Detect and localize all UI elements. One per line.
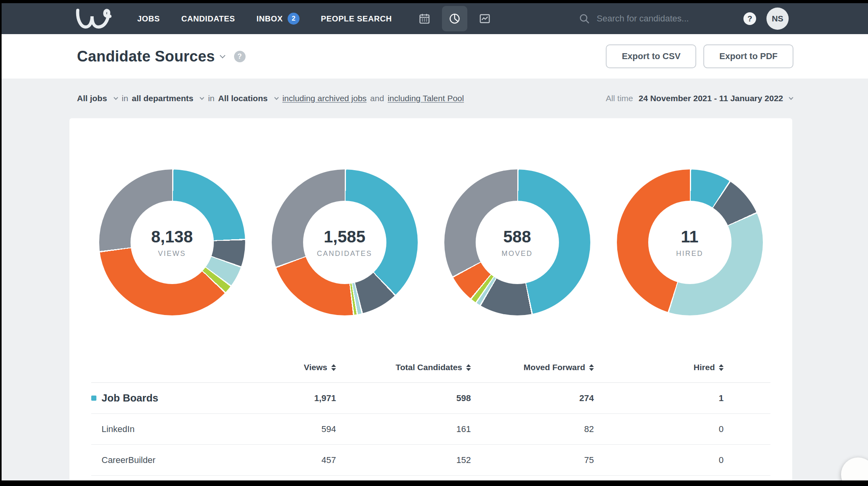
source-name-cell: LinkedIn bbox=[91, 424, 189, 434]
candidates-metric-label: CANDIDATES bbox=[317, 250, 373, 258]
sort-icon bbox=[719, 364, 724, 371]
moved-donut-center: 588 MOVED bbox=[476, 201, 559, 284]
reports-pie-chart-icon[interactable] bbox=[442, 6, 467, 31]
table-row-linkedin[interactable]: LinkedIn 594 161 82 0 bbox=[91, 414, 770, 445]
moved-forward-column-header[interactable]: Moved Forward bbox=[471, 363, 594, 372]
job-boards-legend-swatch bbox=[91, 396, 96, 401]
hired-value: 0 bbox=[594, 424, 724, 434]
filter-departments[interactable]: all departments bbox=[132, 94, 193, 103]
date-range-filter[interactable]: All time 24 November 2021 - 11 January 2… bbox=[606, 94, 793, 103]
nav-item-jobs[interactable]: JOBS bbox=[137, 14, 160, 23]
locations-chevron-down-icon[interactable] bbox=[274, 95, 278, 100]
hired-metric-label: HIRED bbox=[676, 250, 703, 258]
total-candidates-value: 598 bbox=[336, 393, 471, 403]
help-glyph: ? bbox=[747, 14, 752, 23]
nav-people-search-label: PEOPLE SEARCH bbox=[321, 14, 392, 23]
browser-viewport: JOBS CANDIDATES INBOX 2 PEOPLE SEARCH bbox=[2, 3, 868, 480]
table-row-partial[interactable]: Indeed 455 145 76 0 bbox=[91, 476, 770, 480]
calendar-icon[interactable] bbox=[412, 6, 437, 31]
filter-conjunction: in bbox=[122, 94, 128, 103]
nav-menu: JOBS CANDIDATES INBOX 2 PEOPLE SEARCH bbox=[137, 13, 392, 25]
total-candidates-value: 152 bbox=[336, 455, 471, 465]
moved-forward-value: 82 bbox=[471, 424, 594, 434]
help-icon[interactable]: ? bbox=[743, 12, 756, 25]
report-help-icon[interactable]: ? bbox=[234, 51, 246, 62]
views-value: 457 bbox=[189, 455, 336, 465]
report-help-glyph: ? bbox=[238, 52, 242, 61]
hired-value: 1 bbox=[594, 393, 724, 403]
hired-donut-chart[interactable]: 11 HIRED bbox=[617, 169, 763, 315]
nav-candidates-label: CANDIDATES bbox=[181, 14, 235, 23]
filter-bar: All jobs in all departments in All locat… bbox=[2, 79, 868, 118]
global-search bbox=[578, 13, 728, 25]
export-csv-button[interactable]: Export to CSV bbox=[606, 44, 696, 68]
hired-value: 0 bbox=[594, 455, 724, 465]
nav-item-people-search[interactable]: PEOPLE SEARCH bbox=[321, 14, 392, 23]
total-candidates-value: 161 bbox=[336, 424, 471, 434]
nav-jobs-label: JOBS bbox=[137, 14, 160, 23]
app-window: JOBS CANDIDATES INBOX 2 PEOPLE SEARCH bbox=[0, 0, 868, 486]
floating-widget-button[interactable] bbox=[841, 457, 868, 480]
source-group-name[interactable]: Job Boards bbox=[102, 392, 158, 404]
views-header-label: Views bbox=[304, 363, 327, 372]
sort-icon bbox=[589, 364, 594, 371]
views-value: 594 bbox=[189, 424, 336, 434]
total-candidates-header-label: Total Candidates bbox=[396, 363, 462, 372]
table-row-careerbuilder[interactable]: CareerBuilder 457 152 75 0 bbox=[91, 445, 770, 476]
moved-total: 588 bbox=[503, 227, 531, 246]
search-icon bbox=[578, 13, 590, 25]
nav-item-candidates[interactable]: CANDIDATES bbox=[181, 14, 235, 23]
export-buttons: Export to CSV Export to PDF bbox=[606, 44, 793, 68]
donut-chart-row: 8,138 VIEWS 1,585 CANDIDATES 588 MOVED bbox=[69, 118, 792, 315]
views-metric-label: VIEWS bbox=[158, 250, 186, 258]
views-total: 8,138 bbox=[151, 227, 193, 246]
filter-conjunction: and bbox=[370, 94, 384, 103]
filter-conjunction: in bbox=[208, 94, 214, 103]
sort-icon bbox=[466, 364, 471, 371]
views-column-header[interactable]: Views bbox=[189, 363, 336, 372]
archived-jobs-link[interactable]: including archived jobs bbox=[282, 94, 367, 103]
views-donut-chart[interactable]: 8,138 VIEWS bbox=[99, 169, 245, 315]
views-value: 1,971 bbox=[189, 393, 336, 403]
moved-forward-value: 274 bbox=[471, 393, 594, 403]
candidates-donut-center: 1,585 CANDIDATES bbox=[303, 201, 386, 284]
title-chevron-down-icon[interactable] bbox=[220, 53, 225, 58]
top-navigation-bar: JOBS CANDIDATES INBOX 2 PEOPLE SEARCH bbox=[2, 3, 868, 34]
sort-icon bbox=[331, 364, 336, 371]
table-row-job-boards[interactable]: Job Boards 1,971 598 274 1 bbox=[91, 383, 770, 414]
date-range-preset: All time bbox=[606, 94, 633, 103]
nav-icon-group bbox=[412, 6, 497, 31]
date-range-chevron-down-icon[interactable] bbox=[789, 95, 793, 100]
departments-chevron-down-icon[interactable] bbox=[200, 95, 204, 100]
avatar[interactable]: NS bbox=[766, 8, 789, 30]
filter-all-jobs[interactable]: All jobs bbox=[77, 94, 107, 103]
moved-metric-label: MOVED bbox=[501, 250, 533, 258]
hired-total: 11 bbox=[681, 227, 698, 246]
candidates-total: 1,585 bbox=[324, 227, 365, 246]
talent-pool-link[interactable]: including Talent Pool bbox=[388, 94, 464, 103]
export-pdf-button[interactable]: Export to PDF bbox=[703, 44, 793, 68]
table-header-row: Views Total Candidates Moved Forward Hir… bbox=[91, 352, 770, 383]
source-name-cell: Job Boards bbox=[91, 392, 189, 404]
nav-inbox-label: INBOX bbox=[257, 14, 283, 23]
source-name[interactable]: CareerBuilder bbox=[91, 455, 156, 465]
total-candidates-column-header[interactable]: Total Candidates bbox=[336, 363, 471, 372]
nav-item-inbox[interactable]: INBOX 2 bbox=[257, 13, 300, 25]
candidates-donut-chart[interactable]: 1,585 CANDIDATES bbox=[272, 169, 418, 315]
views-donut-center: 8,138 VIEWS bbox=[131, 201, 214, 284]
hired-donut-center: 11 HIRED bbox=[648, 201, 732, 284]
moved-forward-value: 75 bbox=[471, 455, 594, 465]
source-name[interactable]: LinkedIn bbox=[91, 424, 134, 434]
sources-table: Views Total Candidates Moved Forward Hir… bbox=[91, 352, 770, 480]
scope-filters: All jobs in all departments in All locat… bbox=[77, 94, 464, 103]
moved-donut-chart[interactable]: 588 MOVED bbox=[444, 169, 590, 315]
hired-column-header[interactable]: Hired bbox=[594, 363, 724, 372]
workable-logo[interactable] bbox=[75, 8, 112, 29]
avatar-initials: NS bbox=[772, 14, 783, 23]
filter-locations[interactable]: All locations bbox=[218, 94, 268, 103]
page-header: Candidate Sources ? Export to CSV Export… bbox=[2, 34, 868, 79]
source-name-cell: CareerBuilder bbox=[91, 455, 189, 465]
jobs-chevron-down-icon[interactable] bbox=[113, 95, 118, 100]
trends-chart-icon[interactable] bbox=[472, 6, 497, 31]
search-input[interactable] bbox=[597, 13, 728, 24]
